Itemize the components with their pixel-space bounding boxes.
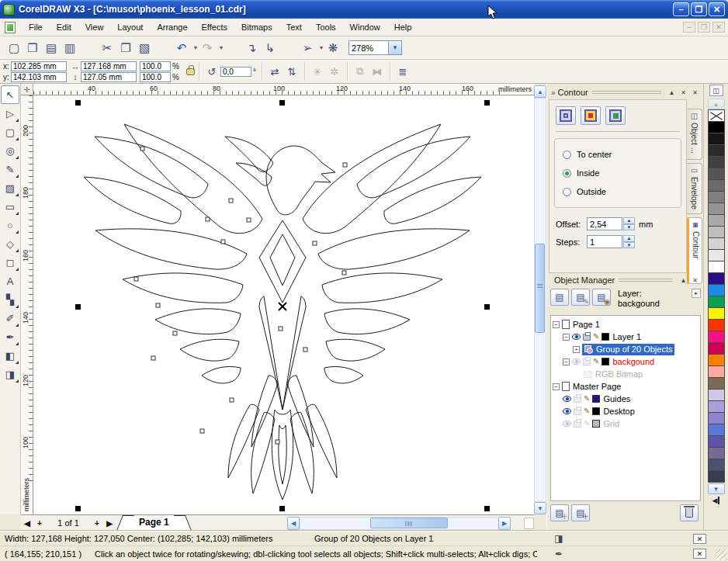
separator[interactable] xyxy=(79,39,98,57)
docker-grip-icon[interactable]: » xyxy=(551,88,556,97)
resize-grip[interactable] xyxy=(716,549,727,560)
layer-color-swatch[interactable] xyxy=(601,333,609,341)
doc-close-button[interactable]: ✕ xyxy=(712,22,725,33)
open-icon[interactable]: ❒ xyxy=(23,39,42,57)
vscroll-thumb[interactable] xyxy=(535,244,545,333)
show-object-properties-button[interactable]: ▤ xyxy=(550,289,569,306)
tree-row-grid[interactable]: ✎ Grid xyxy=(553,417,699,430)
combine-button[interactable]: ✳ xyxy=(309,63,326,80)
contour-to-center-preset-button[interactable] xyxy=(556,106,576,125)
palette-color-swatch[interactable] xyxy=(708,261,725,273)
palette-color-swatch[interactable] xyxy=(708,435,725,448)
separator[interactable] xyxy=(154,39,172,57)
palette-color-swatch[interactable] xyxy=(708,354,725,366)
first-page-button[interactable]: ◀ xyxy=(21,517,33,530)
contour-option-inside[interactable]: Inside xyxy=(563,164,673,182)
pencil-edit-icon[interactable]: ✎ xyxy=(584,407,590,415)
palette-color-swatch[interactable] xyxy=(708,319,725,331)
page-tab[interactable]: Page 1 xyxy=(125,515,183,531)
palette-scroll-down-icon[interactable]: ▼ xyxy=(708,483,725,494)
printer-disabled-icon[interactable] xyxy=(583,358,591,365)
contour-steps-field[interactable] xyxy=(587,235,622,248)
collapse-node-icon[interactable]: − xyxy=(553,321,560,328)
delete-button[interactable] xyxy=(680,504,699,521)
export-icon[interactable]: ↳ xyxy=(261,39,279,57)
menu-item[interactable]: Window xyxy=(343,20,387,34)
maximize-button[interactable]: ❐ xyxy=(691,2,707,16)
palette-color-swatch[interactable] xyxy=(708,121,725,133)
tree-row-background-layer[interactable]: − ✎ backgound xyxy=(553,355,699,368)
printer-disabled-icon[interactable] xyxy=(574,396,581,403)
palette-color-swatch[interactable] xyxy=(708,284,725,296)
menu-item[interactable]: File xyxy=(22,20,50,34)
edit-across-layers-button[interactable]: ▤✎ xyxy=(571,289,590,306)
offset-spinner[interactable]: ▲▼ xyxy=(623,217,635,230)
palette-color-swatch[interactable] xyxy=(708,144,725,157)
rectangle-tool[interactable]: ▭ xyxy=(1,197,19,216)
close-docker-icon[interactable]: ✕ xyxy=(690,275,700,286)
zoom-tool[interactable]: ◎ xyxy=(1,141,19,160)
copy-icon[interactable]: ❐ xyxy=(116,39,135,57)
layer-manager-view-button[interactable]: ▤◉ xyxy=(592,289,611,306)
collapse-docker-icon[interactable]: ▲ xyxy=(667,88,677,98)
fill-tool[interactable]: ◧ xyxy=(1,346,19,365)
tree-row-page1[interactable]: − Page 1 xyxy=(553,318,699,331)
chevron-down-icon[interactable]: ▼ xyxy=(389,40,402,55)
scale-h-field[interactable] xyxy=(140,61,171,71)
contour-inside-preset-button[interactable] xyxy=(581,106,601,125)
horizontal-scrollbar[interactable]: ◀ ▶ xyxy=(287,517,534,530)
scroll-down-icon[interactable]: ▼ xyxy=(534,502,546,514)
vertical-scrollbar[interactable]: ▲ ▼ xyxy=(534,85,546,514)
palette-color-swatch[interactable] xyxy=(708,365,725,378)
tab-envelope[interactable]: ▭ Envelope xyxy=(687,163,702,214)
object-manager-flyout-icon[interactable]: ▸ xyxy=(692,289,701,298)
group-button[interactable]: ⧉ xyxy=(352,63,369,80)
weld-button[interactable]: ✲ xyxy=(326,63,343,80)
ungroup-button[interactable]: ⧓ xyxy=(369,63,386,80)
add-page-after-button[interactable]: + xyxy=(91,517,103,530)
horizontal-ruler[interactable]: 406080100120140160 millimeters xyxy=(21,84,534,95)
palette-color-swatch[interactable] xyxy=(708,272,725,285)
layer-color-swatch[interactable] xyxy=(592,407,600,415)
object-y-position-field[interactable] xyxy=(11,72,67,82)
menu-item[interactable]: View xyxy=(78,20,111,34)
pencil-disabled-icon[interactable]: ✎ xyxy=(584,420,590,428)
close-docker-icon[interactable]: ✕ xyxy=(678,88,688,98)
corel-online-icon[interactable]: ❋ xyxy=(324,39,342,57)
tree-row-guides[interactable]: ✎ Guides xyxy=(553,393,699,405)
minimize-button[interactable]: – xyxy=(673,2,689,16)
new-master-layer-button[interactable]: ▤＋ xyxy=(571,504,590,521)
contour-offset-field[interactable] xyxy=(587,217,622,230)
menu-item[interactable]: Layout xyxy=(110,20,150,34)
print-icon[interactable]: ▥ xyxy=(61,39,79,57)
no-fill-swatch[interactable] xyxy=(708,109,725,122)
text-tool[interactable]: A xyxy=(1,272,19,290)
freehand-tool[interactable]: ✎ xyxy=(1,160,19,178)
radio-icon[interactable] xyxy=(563,151,571,159)
palette-color-swatch[interactable] xyxy=(708,400,725,413)
add-page-before-button[interactable]: + xyxy=(33,517,46,530)
object-x-position-field[interactable] xyxy=(11,61,67,71)
interactive-blend-tool[interactable]: ▚ xyxy=(1,290,19,309)
basic-shapes-tool[interactable]: ◻ xyxy=(1,253,19,272)
undo-icon[interactable]: ↶ xyxy=(172,39,191,57)
menu-item[interactable]: Bitmaps xyxy=(234,20,279,34)
collapse-docker-icon[interactable]: ▲ xyxy=(678,275,688,286)
redo-icon[interactable]: ↷ xyxy=(198,39,217,57)
layer-color-swatch[interactable] xyxy=(592,420,600,428)
separator[interactable] xyxy=(279,39,298,57)
radio-icon[interactable] xyxy=(563,169,571,178)
collapse-node-icon[interactable]: − xyxy=(563,358,570,365)
palette-color-swatch[interactable] xyxy=(708,331,725,343)
eye-visible-icon[interactable] xyxy=(563,408,571,414)
palette-options-icon[interactable]: ◫ xyxy=(709,85,723,96)
palette-color-swatch[interactable] xyxy=(708,389,725,401)
tree-row-master-page[interactable]: − Master Page xyxy=(553,380,699,393)
menu-item[interactable]: Arrange xyxy=(150,20,194,34)
vertical-ruler[interactable]: 200180160140120100 millimeters xyxy=(21,95,33,514)
tree-row-group[interactable]: + Group of 20 Objects xyxy=(553,343,699,355)
close-button[interactable]: ✕ xyxy=(709,2,725,16)
wrap-text-button[interactable]: ≣ xyxy=(394,63,411,80)
crop-tool[interactable]: ▢ xyxy=(1,123,19,141)
eye-visible-icon[interactable] xyxy=(572,334,581,340)
